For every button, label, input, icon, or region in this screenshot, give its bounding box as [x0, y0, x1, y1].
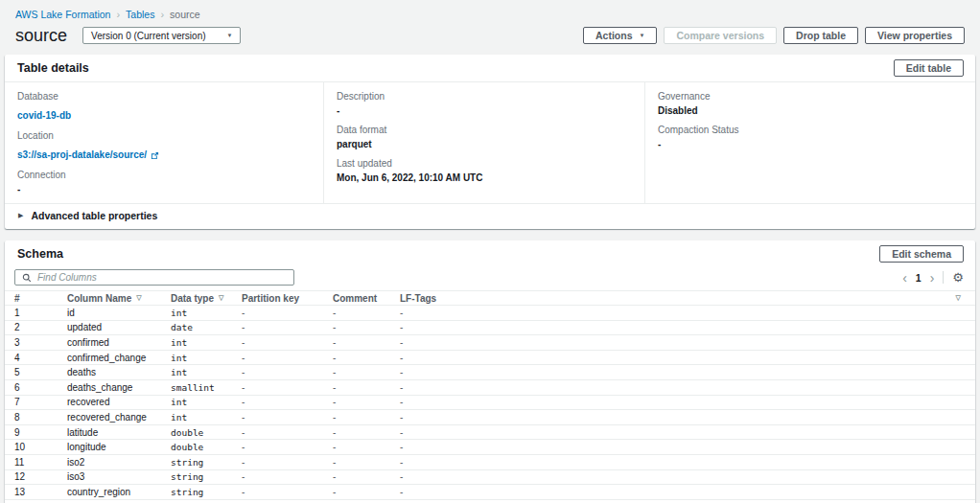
- version-select[interactable]: Version 0 (Current version) ▼: [82, 27, 241, 44]
- breadcrumb-link-lake-formation[interactable]: AWS Lake Formation: [15, 9, 110, 20]
- cell-data-type: int: [171, 308, 242, 318]
- cell-comment: -: [333, 427, 400, 438]
- cell-lf-tags: -: [400, 442, 975, 452]
- cell-lf-tags: -: [400, 353, 975, 363]
- compare-versions-button[interactable]: Compare versions: [664, 27, 777, 44]
- data-format-value: parquet: [337, 139, 631, 150]
- page-number[interactable]: 1: [916, 272, 922, 284]
- cell-row-number: 12: [14, 471, 67, 482]
- settings-gear-icon[interactable]: ⚙: [952, 271, 964, 284]
- cell-lf-tags: -: [400, 397, 975, 407]
- table-row: 12 iso3 string - - -: [5, 470, 975, 486]
- table-row: 13 country_region string - - -: [5, 485, 975, 500]
- table-details-title: Table details: [17, 61, 89, 75]
- cell-comment: -: [333, 471, 400, 482]
- table-row: 8 recovered_change int - - -: [5, 410, 975, 425]
- cell-column-name: deaths_change: [67, 382, 171, 393]
- cell-partition-key: -: [242, 457, 333, 468]
- location-link[interactable]: s3://sa-proj-datalake/source/: [17, 149, 159, 161]
- last-updated-label: Last updated: [337, 158, 631, 170]
- cell-lf-tags: -: [400, 382, 975, 393]
- governance-label: Governance: [658, 91, 962, 103]
- cell-row-number: 4: [14, 353, 67, 363]
- database-link[interactable]: covid-19-db: [17, 110, 71, 122]
- cell-row-number: 5: [14, 367, 67, 377]
- sort-caret-icon: ▽: [219, 294, 223, 302]
- governance-value: Disabled: [658, 105, 962, 117]
- external-link-icon: [151, 151, 159, 160]
- table-row: 11 iso2 string - - -: [5, 455, 975, 470]
- cell-data-type: string: [171, 457, 242, 468]
- cell-row-number: 9: [14, 427, 67, 438]
- cell-column-name: confirmed_change: [67, 353, 171, 363]
- cell-column-name: confirmed: [67, 337, 171, 348]
- edit-schema-button[interactable]: Edit schema: [879, 245, 964, 263]
- search-icon: [22, 273, 32, 283]
- cell-column-name: updated: [67, 322, 171, 332]
- cell-partition-key: -: [242, 353, 333, 363]
- database-label: Database: [17, 91, 310, 103]
- description-value: -: [337, 105, 631, 117]
- column-header-column-name[interactable]: Column Name ▽: [67, 293, 171, 304]
- cell-lf-tags: -: [400, 308, 975, 318]
- table-row: 10 longitude double - - -: [5, 440, 975, 455]
- cell-partition-key: -: [242, 337, 333, 348]
- sort-caret-icon: ▽: [136, 294, 141, 302]
- edit-table-button[interactable]: Edit table: [894, 59, 964, 77]
- page: AWS Lake Formation › Tables › source sou…: [0, 0, 980, 503]
- breadcrumb-link-tables[interactable]: Tables: [126, 9, 154, 20]
- page-header: source Version 0 (Current version) ▼ Act…: [15, 26, 965, 45]
- schema-title: Schema: [17, 247, 63, 261]
- page-title: source: [15, 26, 67, 45]
- column-header-data-type[interactable]: Data type ▽: [171, 293, 242, 304]
- cell-partition-key: -: [242, 427, 333, 438]
- cell-partition-key: -: [242, 442, 333, 452]
- cell-comment: -: [333, 412, 400, 423]
- cell-data-type: int: [171, 353, 242, 363]
- cell-lf-tags: -: [400, 322, 975, 332]
- cell-column-name: deaths: [67, 367, 171, 377]
- pagination-divider: [943, 271, 944, 284]
- cell-lf-tags: -: [400, 457, 975, 468]
- cell-lf-tags: -: [400, 427, 975, 438]
- cell-row-number: 1: [14, 308, 67, 318]
- schema-table-header: # Column Name ▽ Data type ▽ Partition ke…: [5, 290, 975, 306]
- cell-row-number: 2: [14, 322, 67, 332]
- next-page-icon[interactable]: ›: [930, 271, 935, 285]
- cell-lf-tags: -: [400, 337, 975, 348]
- cell-partition-key: -: [242, 397, 333, 407]
- cell-comment: -: [333, 382, 400, 393]
- header-filter-caret-icon[interactable]: ▽: [956, 294, 961, 302]
- table-row: 5 deaths int - - -: [5, 365, 975, 380]
- advanced-table-properties-label: Advanced table properties: [31, 210, 157, 221]
- cell-row-number: 10: [14, 442, 67, 452]
- cell-partition-key: -: [242, 308, 333, 318]
- chevron-down-icon: ▼: [227, 33, 233, 38]
- cell-row-number: 6: [14, 382, 67, 393]
- column-header-comment: Comment: [333, 293, 400, 304]
- schema-search-input[interactable]: [37, 272, 287, 283]
- view-properties-button[interactable]: View properties: [865, 27, 965, 44]
- cell-column-name: longitude: [67, 442, 171, 452]
- schema-card: Schema Edit schema ‹ 1 › ⚙ # Column Name…: [5, 240, 975, 503]
- header-actions: Actions ▼ Compare versions Drop table Vi…: [583, 27, 965, 44]
- column-header-lf-tags: LF-Tags: [400, 293, 975, 304]
- previous-page-icon[interactable]: ‹: [902, 271, 907, 285]
- cell-data-type: int: [171, 412, 242, 423]
- cell-lf-tags: -: [400, 471, 975, 482]
- chevron-down-icon: ▼: [639, 33, 644, 38]
- cell-comment: -: [333, 337, 400, 348]
- connection-label: Connection: [17, 170, 310, 181]
- advanced-table-properties-expander[interactable]: ▶ Advanced table properties: [5, 203, 975, 229]
- cell-comment: -: [333, 367, 400, 377]
- drop-table-button[interactable]: Drop table: [783, 27, 858, 44]
- schema-table-body: 1 id int - - - 2 updated date - - - 3 co…: [5, 306, 975, 503]
- data-format-label: Data format: [337, 125, 631, 136]
- actions-button[interactable]: Actions ▼: [583, 27, 657, 44]
- cell-data-type: smallint: [171, 382, 242, 393]
- schema-search-box: [14, 269, 294, 286]
- schema-toolbar: ‹ 1 › ⚙: [5, 267, 975, 290]
- cell-lf-tags: -: [400, 367, 975, 377]
- compaction-status-value: -: [658, 139, 962, 150]
- cell-data-type: string: [171, 487, 242, 497]
